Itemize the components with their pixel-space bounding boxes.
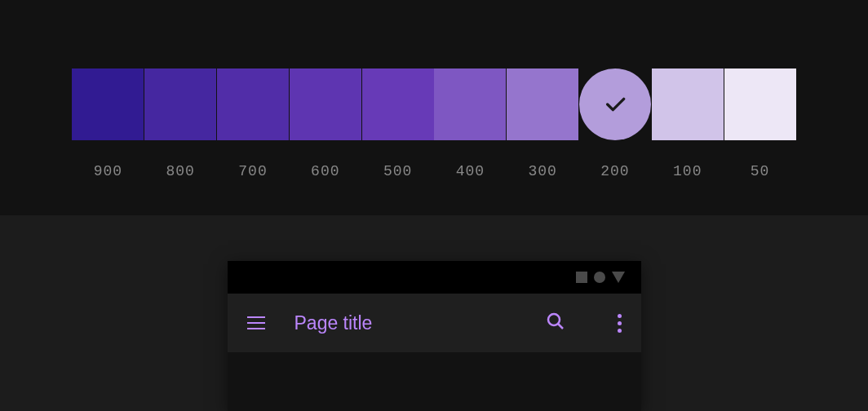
content-area	[228, 352, 641, 411]
swatch-column-800: 800	[144, 68, 217, 179]
swatch-column-50: 50	[724, 68, 796, 179]
phone-frame: Page title	[228, 261, 641, 411]
svg-line-1	[558, 324, 563, 329]
swatch-column-300: 300	[507, 68, 579, 179]
search-icon[interactable]	[546, 312, 565, 334]
swatch-label-100: 100	[673, 163, 702, 179]
swatch-label-400: 400	[456, 163, 485, 179]
swatch-label-900: 900	[94, 163, 122, 179]
swatch-column-900: 900	[72, 68, 144, 179]
swatch-label-500: 500	[383, 163, 412, 179]
color-swatch-400[interactable]	[434, 68, 506, 140]
swatch-label-700: 700	[238, 163, 267, 179]
color-swatch-800[interactable]	[144, 68, 216, 140]
swatch-label-50: 50	[751, 163, 770, 179]
status-triangle-icon	[612, 272, 625, 283]
color-swatch-50[interactable]	[724, 68, 796, 140]
swatch-label-200: 200	[600, 163, 629, 179]
swatch-column-100: 100	[651, 68, 724, 179]
app-bar: Page title	[228, 294, 641, 352]
color-swatch-300[interactable]	[507, 68, 578, 140]
svg-point-0	[548, 314, 560, 325]
color-swatch-900[interactable]	[72, 68, 144, 140]
color-swatch-100[interactable]	[652, 68, 724, 140]
check-icon	[602, 91, 628, 117]
swatch-label-300: 300	[528, 163, 556, 179]
swatch-column-200: 200	[579, 68, 652, 179]
swatch-label-600: 600	[311, 163, 339, 179]
hamburger-menu-icon[interactable]	[247, 316, 265, 329]
color-swatch-200[interactable]	[579, 68, 651, 140]
page-title: Page title	[294, 312, 516, 334]
preview-section: Page title	[0, 215, 868, 411]
status-bar	[228, 261, 641, 294]
swatch-label-800: 800	[166, 163, 194, 179]
color-swatch-500[interactable]	[362, 68, 434, 140]
color-palette-section: 90080070060050040030020010050	[0, 0, 868, 215]
status-circle-icon	[594, 272, 605, 283]
swatch-row: 90080070060050040030020010050	[72, 68, 796, 179]
status-square-icon	[576, 272, 587, 283]
swatch-column-500: 500	[361, 68, 434, 179]
more-vert-icon[interactable]	[618, 314, 622, 333]
swatch-column-400: 400	[434, 68, 507, 179]
swatch-column-700: 700	[217, 68, 290, 179]
color-swatch-700[interactable]	[217, 68, 289, 140]
swatch-column-600: 600	[289, 68, 361, 179]
color-swatch-600[interactable]	[290, 68, 361, 140]
